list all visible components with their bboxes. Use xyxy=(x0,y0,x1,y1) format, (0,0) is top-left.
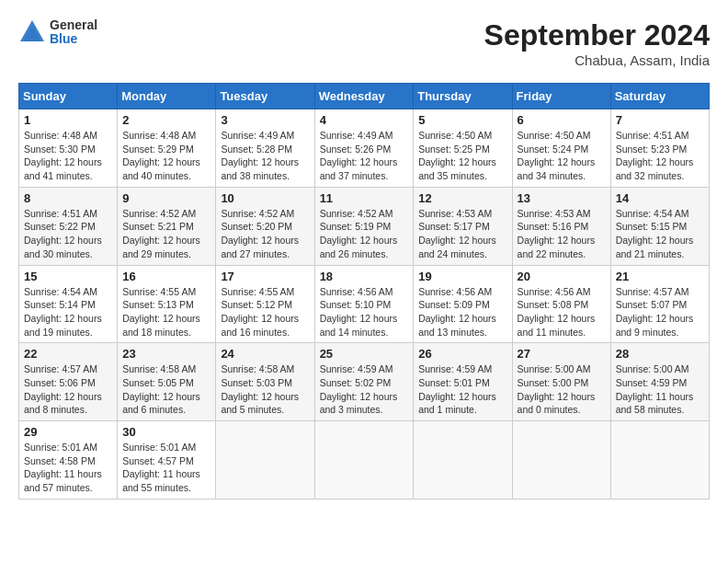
sunset-label: Sunset: 4:57 PM xyxy=(122,455,194,466)
daylight-label: Daylight: 12 hours and 40 minutes. xyxy=(122,156,200,181)
day-number: 21 xyxy=(616,270,704,283)
day-info: Sunrise: 4:57 AM Sunset: 5:07 PM Dayligh… xyxy=(616,285,704,339)
daylight-label: Daylight: 12 hours and 27 minutes. xyxy=(221,235,299,259)
table-row: 24 Sunrise: 4:58 AM Sunset: 5:03 PM Dayl… xyxy=(216,343,314,421)
sunset-label: Sunset: 5:12 PM xyxy=(221,299,292,310)
sunrise-label: Sunrise: 4:58 AM xyxy=(221,363,294,374)
daylight-label: Daylight: 12 hours and 30 minutes. xyxy=(24,235,102,259)
day-number: 18 xyxy=(320,270,409,283)
sunset-label: Sunset: 4:59 PM xyxy=(616,377,688,388)
sunset-label: Sunset: 5:23 PM xyxy=(616,144,688,155)
sunset-label: Sunset: 5:17 PM xyxy=(418,221,490,232)
table-row: 13 Sunrise: 4:53 AM Sunset: 5:16 PM Dayl… xyxy=(512,187,610,265)
daylight-label: Daylight: 11 hours and 58 minutes. xyxy=(616,391,694,416)
sunset-label: Sunset: 5:26 PM xyxy=(320,144,392,155)
sunset-label: Sunset: 5:02 PM xyxy=(320,377,392,388)
daylight-label: Daylight: 11 hours and 57 minutes. xyxy=(24,468,102,493)
sunrise-label: Sunrise: 4:58 AM xyxy=(122,363,196,374)
sunset-label: Sunset: 5:16 PM xyxy=(518,221,589,232)
daylight-label: Daylight: 12 hours and 38 minutes. xyxy=(221,156,299,181)
sunset-label: Sunset: 5:10 PM xyxy=(320,299,392,310)
sunrise-label: Sunrise: 4:50 AM xyxy=(418,130,492,141)
sunset-label: Sunset: 5:06 PM xyxy=(24,377,96,388)
day-info: Sunrise: 4:49 AM Sunset: 5:28 PM Dayligh… xyxy=(221,129,309,183)
day-number: 17 xyxy=(221,270,309,283)
day-number: 16 xyxy=(122,270,210,283)
day-number: 20 xyxy=(518,270,606,283)
logo: General Blue xyxy=(18,18,97,47)
day-info: Sunrise: 4:54 AM Sunset: 5:14 PM Dayligh… xyxy=(24,285,112,339)
sunrise-label: Sunrise: 4:57 AM xyxy=(24,363,97,374)
sunrise-label: Sunrise: 5:01 AM xyxy=(24,442,97,453)
sunrise-label: Sunrise: 4:55 AM xyxy=(122,286,196,297)
day-info: Sunrise: 4:56 AM Sunset: 5:10 PM Dayligh… xyxy=(320,285,409,339)
day-info: Sunrise: 5:01 AM Sunset: 4:57 PM Dayligh… xyxy=(122,441,210,495)
table-row: 7 Sunrise: 4:51 AM Sunset: 5:23 PM Dayli… xyxy=(610,109,709,188)
sunrise-label: Sunrise: 4:56 AM xyxy=(418,286,492,297)
day-info: Sunrise: 4:55 AM Sunset: 5:13 PM Dayligh… xyxy=(122,285,210,339)
daylight-label: Daylight: 12 hours and 41 minutes. xyxy=(24,156,102,181)
calendar-row: 15 Sunrise: 4:54 AM Sunset: 5:14 PM Dayl… xyxy=(19,265,710,343)
calendar-row: 22 Sunrise: 4:57 AM Sunset: 5:06 PM Dayl… xyxy=(19,343,710,421)
sunset-label: Sunset: 5:05 PM xyxy=(122,377,194,388)
day-info: Sunrise: 5:00 AM Sunset: 5:00 PM Dayligh… xyxy=(518,362,606,417)
table-row xyxy=(512,421,610,500)
table-row: 27 Sunrise: 5:00 AM Sunset: 5:00 PM Dayl… xyxy=(512,343,610,421)
day-number: 15 xyxy=(24,270,112,283)
table-row: 9 Sunrise: 4:52 AM Sunset: 5:21 PM Dayli… xyxy=(118,187,216,265)
sunrise-label: Sunrise: 4:49 AM xyxy=(320,130,393,141)
day-info: Sunrise: 4:52 AM Sunset: 5:20 PM Dayligh… xyxy=(221,207,309,261)
daylight-label: Daylight: 12 hours and 32 minutes. xyxy=(616,156,694,181)
sunrise-label: Sunrise: 5:00 AM xyxy=(616,363,689,374)
sunrise-label: Sunrise: 4:57 AM xyxy=(616,286,689,297)
day-number: 1 xyxy=(24,113,112,127)
day-info: Sunrise: 4:53 AM Sunset: 5:17 PM Dayligh… xyxy=(418,207,506,261)
sunrise-label: Sunrise: 4:59 AM xyxy=(320,363,393,374)
sunset-label: Sunset: 5:08 PM xyxy=(518,299,589,310)
day-info: Sunrise: 4:52 AM Sunset: 5:19 PM Dayligh… xyxy=(320,207,409,261)
table-row: 20 Sunrise: 4:56 AM Sunset: 5:08 PM Dayl… xyxy=(512,265,610,343)
sunrise-label: Sunrise: 4:51 AM xyxy=(24,208,97,219)
sunset-label: Sunset: 5:21 PM xyxy=(122,221,194,232)
table-row: 10 Sunrise: 4:52 AM Sunset: 5:20 PM Dayl… xyxy=(216,187,314,265)
col-header-wednesday: Wednesday xyxy=(314,84,414,109)
calendar-row: 29 Sunrise: 5:01 AM Sunset: 4:58 PM Dayl… xyxy=(19,421,710,500)
sunset-label: Sunset: 5:01 PM xyxy=(418,377,490,388)
table-row: 19 Sunrise: 4:56 AM Sunset: 5:09 PM Dayl… xyxy=(414,265,512,343)
daylight-label: Daylight: 12 hours and 18 minutes. xyxy=(122,313,200,338)
sunrise-label: Sunrise: 5:01 AM xyxy=(122,442,196,453)
page-header: General Blue September 2024 Chabua, Assa… xyxy=(18,18,710,68)
daylight-label: Daylight: 12 hours and 16 minutes. xyxy=(221,313,299,338)
daylight-label: Daylight: 12 hours and 0 minutes. xyxy=(518,391,596,416)
sunrise-label: Sunrise: 4:56 AM xyxy=(320,286,393,297)
daylight-label: Daylight: 12 hours and 1 minute. xyxy=(418,391,496,416)
day-number: 23 xyxy=(122,347,210,361)
sunrise-label: Sunrise: 4:59 AM xyxy=(418,363,492,374)
sunset-label: Sunset: 5:24 PM xyxy=(518,144,589,155)
sunrise-label: Sunrise: 4:56 AM xyxy=(518,286,591,297)
sunrise-label: Sunrise: 4:53 AM xyxy=(418,208,492,219)
day-number: 3 xyxy=(221,113,309,127)
table-row: 30 Sunrise: 5:01 AM Sunset: 4:57 PM Dayl… xyxy=(118,421,216,500)
day-number: 26 xyxy=(418,347,506,361)
table-row: 17 Sunrise: 4:55 AM Sunset: 5:12 PM Dayl… xyxy=(216,265,314,343)
sunset-label: Sunset: 5:03 PM xyxy=(221,377,292,388)
table-row: 16 Sunrise: 4:55 AM Sunset: 5:13 PM Dayl… xyxy=(118,265,216,343)
day-info: Sunrise: 4:50 AM Sunset: 5:25 PM Dayligh… xyxy=(418,129,506,183)
col-header-tuesday: Tuesday xyxy=(216,84,314,109)
day-number: 5 xyxy=(418,113,506,127)
day-number: 27 xyxy=(518,347,606,361)
daylight-label: Daylight: 12 hours and 21 minutes. xyxy=(616,235,694,259)
day-number: 19 xyxy=(418,270,506,283)
day-info: Sunrise: 4:48 AM Sunset: 5:30 PM Dayligh… xyxy=(24,129,112,183)
calendar-row: 8 Sunrise: 4:51 AM Sunset: 5:22 PM Dayli… xyxy=(19,187,710,265)
table-row: 6 Sunrise: 4:50 AM Sunset: 5:24 PM Dayli… xyxy=(512,109,610,188)
table-row: 1 Sunrise: 4:48 AM Sunset: 5:30 PM Dayli… xyxy=(19,109,118,188)
sunset-label: Sunset: 5:13 PM xyxy=(122,299,194,310)
day-number: 10 xyxy=(221,191,309,205)
day-info: Sunrise: 4:58 AM Sunset: 5:05 PM Dayligh… xyxy=(122,362,210,417)
sunset-label: Sunset: 5:22 PM xyxy=(24,221,96,232)
day-info: Sunrise: 4:52 AM Sunset: 5:21 PM Dayligh… xyxy=(122,207,210,261)
sunset-label: Sunset: 5:07 PM xyxy=(616,299,688,310)
day-number: 11 xyxy=(320,191,409,205)
